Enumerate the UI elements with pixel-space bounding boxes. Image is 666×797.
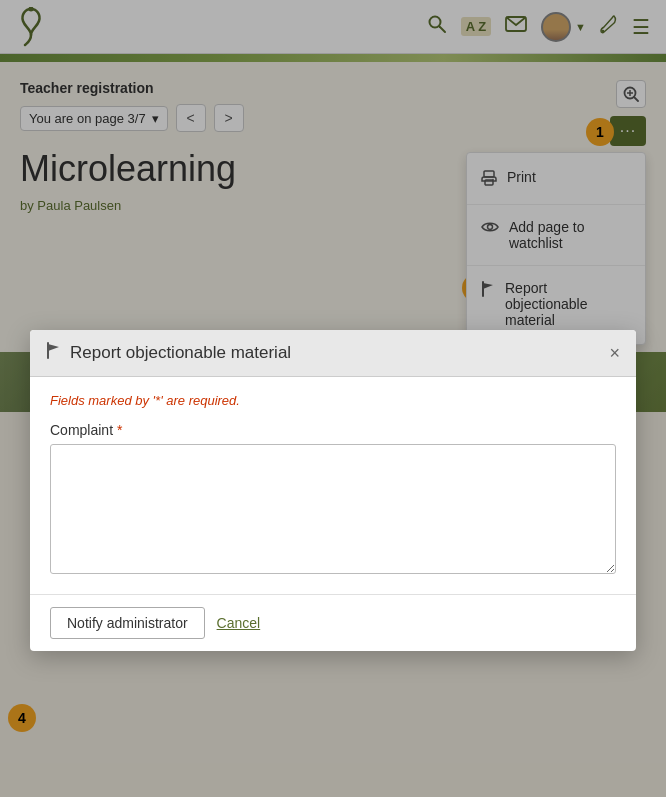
required-note: Fields marked by '*' are required. (50, 393, 616, 408)
report-modal: Report objectionable material × Fields m… (30, 330, 636, 651)
modal-header: Report objectionable material × (30, 330, 636, 377)
complaint-textarea[interactable] (50, 444, 616, 574)
complaint-label: Complaint * (50, 422, 616, 438)
required-star: * (117, 422, 122, 438)
modal-title-text: Report objectionable material (70, 343, 291, 363)
notify-administrator-button[interactable]: Notify administrator (50, 607, 205, 639)
modal-close-button[interactable]: × (609, 344, 620, 362)
modal-title: Report objectionable material (46, 342, 291, 364)
modal-flag-icon (46, 342, 60, 364)
modal-body: Fields marked by '*' are required. Compl… (30, 377, 636, 594)
cancel-button[interactable]: Cancel (217, 615, 261, 631)
modal-footer: Notify administrator Cancel (30, 594, 636, 651)
